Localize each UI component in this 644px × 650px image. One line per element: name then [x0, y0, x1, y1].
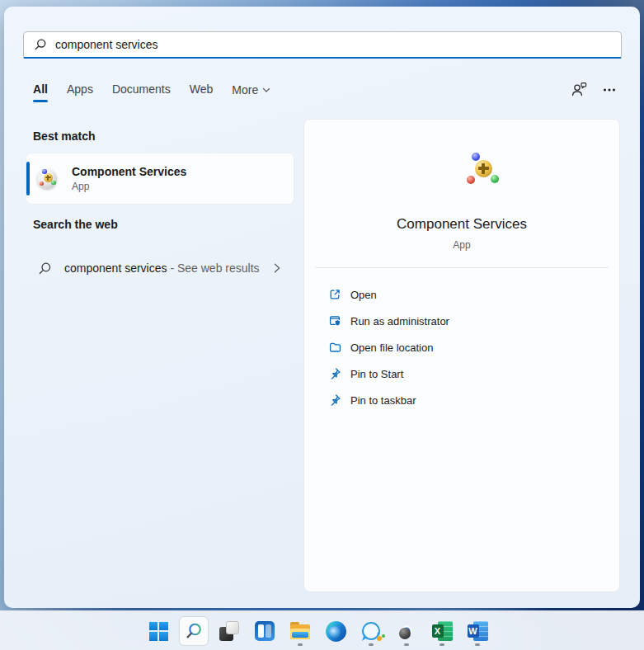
- excel-button[interactable]: X: [425, 615, 458, 648]
- excel-icon: X: [432, 621, 453, 641]
- start-button[interactable]: [142, 615, 175, 648]
- result-type: App: [72, 181, 186, 192]
- task-view-icon: [219, 621, 239, 641]
- search-taskbar-button[interactable]: [179, 616, 209, 646]
- action-open-file-location[interactable]: Open file location: [304, 334, 619, 360]
- running-indicator: [298, 643, 303, 646]
- open-icon: [328, 288, 341, 301]
- search-web-heading: Search the web: [33, 218, 118, 231]
- admin-shield-icon: [328, 314, 341, 327]
- divider: [315, 267, 609, 268]
- chevron-right-icon[interactable]: [270, 261, 284, 275]
- detail-title: Component Services: [304, 216, 619, 233]
- search-flyout-panel: component services All Apps Documents We…: [4, 7, 640, 608]
- ellipsis-icon[interactable]: [602, 82, 617, 97]
- feedback-person-chat-icon[interactable]: [571, 81, 588, 98]
- web-query: component services: [64, 261, 167, 275]
- search-query-text: component services: [55, 38, 158, 51]
- result-title: Component Services: [72, 165, 186, 178]
- tab-more[interactable]: More: [232, 82, 270, 97]
- selection-indicator: [26, 162, 30, 195]
- web-result-text: component services - See web results: [64, 260, 262, 276]
- windows-logo-icon: [149, 622, 168, 641]
- web-search-result[interactable]: component services - See web results: [26, 244, 294, 292]
- action-pin-to-taskbar[interactable]: Pin to taskbar: [304, 387, 619, 413]
- task-view-button[interactable]: [213, 615, 246, 648]
- chrome-profile-badge: [399, 628, 411, 639]
- header-icons: [571, 81, 617, 98]
- taskbar: X W: [0, 610, 644, 650]
- edge-icon: [326, 621, 346, 642]
- detail-type: App: [304, 239, 619, 251]
- action-pin-to-start[interactable]: Pin to Start: [304, 360, 619, 387]
- running-indicator: [369, 643, 374, 646]
- action-list: Open Run as administrator: [304, 281, 619, 413]
- file-explorer-button[interactable]: [284, 615, 317, 648]
- pin-icon: [328, 367, 341, 380]
- search-icon: [38, 261, 52, 276]
- tab-web[interactable]: Web: [190, 82, 214, 96]
- search-icon: [184, 621, 204, 642]
- widgets-icon: [255, 621, 275, 641]
- search-icon: [34, 38, 47, 51]
- search-filter-tabs: All Apps Documents Web More: [33, 82, 270, 102]
- search-input[interactable]: component services: [23, 31, 622, 59]
- result-detail-card: Component Services App Open: [303, 119, 620, 592]
- folder-icon: [328, 341, 341, 354]
- edge-button[interactable]: [319, 615, 352, 648]
- taskbar-icons: X W: [142, 611, 494, 650]
- tab-all[interactable]: All: [33, 82, 48, 102]
- word-button[interactable]: W: [461, 615, 494, 648]
- word-icon: W: [468, 621, 488, 641]
- best-match-result[interactable]: Component Services App: [26, 153, 294, 204]
- quick-assist-chat-icon: [362, 622, 380, 640]
- running-indicator: [440, 643, 444, 646]
- best-match-text: Component Services App: [72, 165, 186, 192]
- tab-apps[interactable]: Apps: [67, 82, 93, 96]
- web-suffix: - See web results: [167, 261, 260, 275]
- action-run-as-administrator[interactable]: Run as administrator: [304, 308, 619, 334]
- tab-documents[interactable]: Documents: [112, 82, 171, 96]
- screen: component services All Apps Documents We…: [0, 0, 644, 650]
- best-match-heading: Best match: [33, 130, 95, 143]
- quick-assist-button[interactable]: [355, 615, 388, 648]
- chrome-button[interactable]: [390, 615, 423, 648]
- running-indicator: [404, 643, 409, 646]
- widgets-button[interactable]: [248, 615, 281, 648]
- pin-icon: [328, 393, 341, 407]
- component-services-icon: [37, 169, 57, 189]
- action-open[interactable]: Open: [304, 281, 619, 308]
- chevron-down-icon: [262, 82, 270, 96]
- file-explorer-icon: [289, 621, 311, 641]
- running-indicator: [475, 643, 480, 646]
